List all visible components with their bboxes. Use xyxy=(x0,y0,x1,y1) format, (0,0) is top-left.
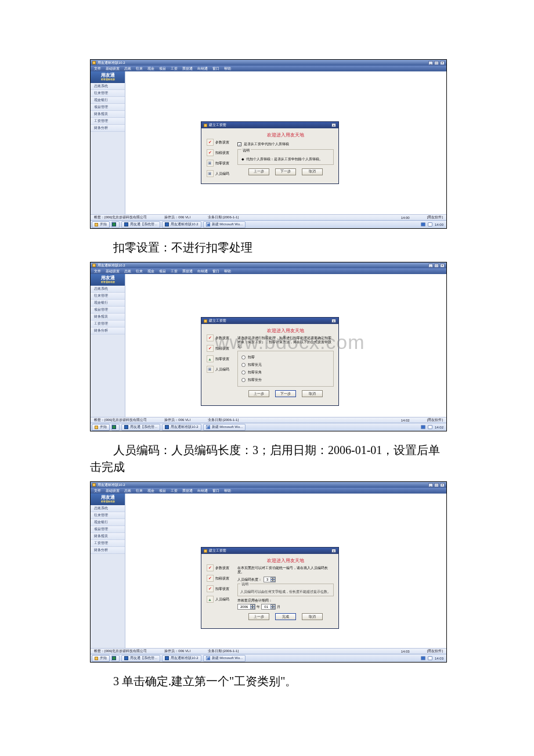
minimize-button[interactable]: _ xyxy=(428,483,433,487)
taskbar-item[interactable]: 用友通标准版10.2 xyxy=(162,655,201,662)
sidebar-item[interactable]: 现金银行 xyxy=(91,519,125,526)
close-button[interactable]: × xyxy=(440,61,445,65)
quicklaunch-icon[interactable] xyxy=(111,655,120,662)
maximize-button[interactable]: □ xyxy=(434,264,439,268)
stepper-down-icon[interactable]: ▾ xyxy=(270,607,275,609)
sidebar-item[interactable]: 财务分析 xyxy=(91,547,125,554)
menu-item[interactable]: 帮助 xyxy=(224,66,231,71)
cancel-button[interactable]: 取消 xyxy=(302,390,323,397)
tray-icon[interactable] xyxy=(428,222,432,226)
prev-button[interactable]: 上一步 xyxy=(248,390,269,397)
menu-item[interactable]: 文件 xyxy=(94,66,101,71)
tray-icon[interactable] xyxy=(428,425,432,429)
launch-year-stepper[interactable]: 2006▴▾ xyxy=(237,604,255,610)
stepper-down-icon[interactable]: ▾ xyxy=(270,579,275,582)
menu-item[interactable]: 文件 xyxy=(94,269,101,274)
finish-button[interactable]: 完成 xyxy=(275,613,296,620)
taskbar-item[interactable]: 新建 Microsoft Wo... xyxy=(203,655,246,662)
sidebar-item[interactable]: 总账系统 xyxy=(91,83,125,90)
sidebar-item[interactable]: 项目管理 xyxy=(91,104,125,111)
dialog-close-button[interactable]: × xyxy=(331,549,336,553)
menu-item[interactable]: 总账 xyxy=(124,488,131,494)
menu-item[interactable]: 票据通 xyxy=(182,488,193,494)
dialog-close-button[interactable]: × xyxy=(331,319,336,323)
taskbar-item[interactable]: 新建 Microsoft Wo... xyxy=(203,221,246,228)
taskbar-item[interactable]: 用友通【系统管... xyxy=(121,424,160,431)
cancel-button[interactable]: 取消 xyxy=(302,613,323,620)
minimize-button[interactable]: _ xyxy=(428,61,433,65)
menu-item[interactable]: 帮助 xyxy=(224,269,231,274)
next-button[interactable]: 下一步 xyxy=(275,390,296,397)
maximize-button[interactable]: □ xyxy=(434,61,439,65)
menu-item[interactable]: 往来 xyxy=(136,269,143,274)
tray-icon[interactable] xyxy=(421,656,425,660)
menu-item[interactable]: 项目 xyxy=(159,488,166,494)
code-length-stepper[interactable]: 3 ▴ ▾ xyxy=(264,577,276,582)
menu-item[interactable]: 窗口 xyxy=(212,488,219,494)
prev-button[interactable]: 上一步 xyxy=(248,613,269,620)
sidebar-item[interactable]: 财务报表 xyxy=(91,111,125,118)
sidebar-item[interactable]: 财务分析 xyxy=(91,327,125,334)
menu-item[interactable]: 项目 xyxy=(159,66,166,71)
menu-item[interactable]: 出纳通 xyxy=(197,488,208,494)
menu-item[interactable]: 项目 xyxy=(159,269,166,274)
menu-item[interactable]: 基础设置 xyxy=(106,66,120,71)
menu-item[interactable]: 窗口 xyxy=(212,269,219,274)
menu-item[interactable]: 工资 xyxy=(171,66,178,71)
menu-item[interactable]: 票据通 xyxy=(182,66,193,71)
launch-month-stepper[interactable]: 01▴▾ xyxy=(261,604,276,610)
cancel-button[interactable]: 取消 xyxy=(302,168,323,175)
sidebar-item[interactable]: 总账系统 xyxy=(91,286,125,293)
close-button[interactable]: × xyxy=(440,264,445,268)
menu-item[interactable]: 基础设置 xyxy=(106,488,120,494)
sidebar-item[interactable]: 财务报表 xyxy=(91,533,125,540)
menu-item[interactable]: 基础设置 xyxy=(106,269,120,274)
menu-item[interactable]: 现金 xyxy=(147,269,154,274)
tax-checkbox[interactable]: ✓ xyxy=(237,142,241,146)
tray-icon[interactable] xyxy=(421,425,425,429)
rounding-radio[interactable] xyxy=(241,355,246,359)
taskbar-item[interactable]: 用友通【系统管... xyxy=(121,221,160,228)
sidebar-item[interactable]: 总账系统 xyxy=(91,505,125,512)
menu-item[interactable]: 总账 xyxy=(124,66,131,71)
quicklaunch-icon[interactable] xyxy=(111,221,120,228)
dialog-close-button[interactable]: × xyxy=(331,123,336,127)
menu-item[interactable]: 出纳通 xyxy=(197,269,208,274)
sidebar-item[interactable]: 现金银行 xyxy=(91,97,125,104)
sidebar-item[interactable]: 工资管理 xyxy=(91,321,125,327)
menu-item[interactable]: 工资 xyxy=(171,488,178,494)
sidebar-item[interactable]: 项目管理 xyxy=(91,307,125,314)
next-button[interactable]: 下一步 xyxy=(275,168,296,175)
menu-item[interactable]: 文件 xyxy=(94,488,101,494)
start-button[interactable]: 开始 xyxy=(92,221,110,228)
tray-icon[interactable] xyxy=(428,656,432,660)
sidebar-item[interactable]: 项目管理 xyxy=(91,526,125,533)
close-button[interactable]: × xyxy=(440,483,445,487)
sidebar-item[interactable]: 财务分析 xyxy=(91,125,125,132)
taskbar-item[interactable]: 用友通【系统管... xyxy=(121,655,160,662)
sidebar-item[interactable]: 往来管理 xyxy=(91,512,125,519)
rounding-radio-fen[interactable] xyxy=(241,378,246,382)
start-button[interactable]: 开始 xyxy=(92,424,110,431)
sidebar-item[interactable]: 往来管理 xyxy=(91,293,125,300)
rounding-radio-yuan[interactable] xyxy=(241,363,246,367)
menu-item[interactable]: 工资 xyxy=(171,269,178,274)
tray-icon[interactable] xyxy=(421,222,425,226)
sidebar-item[interactable]: 现金银行 xyxy=(91,300,125,307)
prev-button[interactable]: 上一步 xyxy=(248,168,269,175)
sidebar-item[interactable]: 往来管理 xyxy=(91,90,125,97)
menu-item[interactable]: 总账 xyxy=(124,269,131,274)
sidebar-item[interactable]: 工资管理 xyxy=(91,540,125,547)
rounding-radio-jiao[interactable] xyxy=(241,370,246,375)
minimize-button[interactable]: _ xyxy=(428,264,433,268)
menu-item[interactable]: 现金 xyxy=(147,66,154,71)
start-button[interactable]: 开始 xyxy=(92,655,110,662)
taskbar-item[interactable]: 新建 Microsoft Wo... xyxy=(203,424,246,431)
menu-item[interactable]: 现金 xyxy=(147,488,154,494)
menu-item[interactable]: 往来 xyxy=(136,488,143,494)
taskbar-item[interactable]: 用友通标准版10.2 xyxy=(162,424,201,431)
quicklaunch-icon[interactable] xyxy=(111,424,120,431)
menu-item[interactable]: 帮助 xyxy=(224,488,231,494)
sidebar-item[interactable]: 财务报表 xyxy=(91,314,125,321)
taskbar-item[interactable]: 用友通标准版10.2 xyxy=(162,221,201,228)
